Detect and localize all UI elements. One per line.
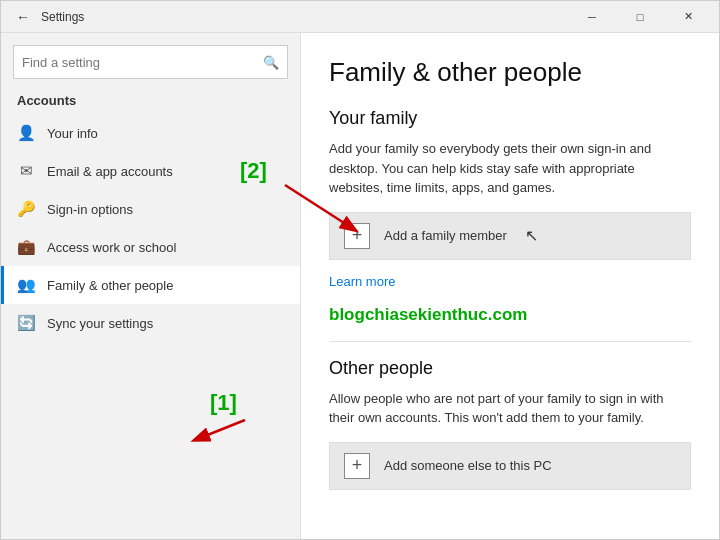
sidebar-item-label: Your info	[47, 126, 98, 141]
search-icon: 🔍	[263, 55, 279, 70]
add-family-label: Add a family member	[384, 228, 507, 243]
add-family-member-button[interactable]: + Add a family member ↖	[329, 212, 691, 260]
sidebar-item-label: Access work or school	[47, 240, 176, 255]
main-panel: Family & other people Your family Add yo…	[301, 33, 719, 539]
watermark: blogchiasekienthuc.com	[329, 305, 691, 325]
sidebar-item-family[interactable]: 👥 Family & other people	[1, 266, 300, 304]
sidebar-item-email[interactable]: ✉ Email & app accounts	[1, 152, 300, 190]
search-input[interactable]	[22, 55, 263, 70]
add-other-person-button[interactable]: + Add someone else to this PC	[329, 442, 691, 490]
page-title: Family & other people	[329, 57, 691, 88]
sidebar-item-label: Email & app accounts	[47, 164, 173, 179]
settings-window: ← Settings ─ □ ✕ 🔍 Accounts 👤 Your info …	[0, 0, 720, 540]
your-family-desc: Add your family so everybody gets their …	[329, 139, 691, 198]
sidebar-item-sync[interactable]: 🔄 Sync your settings	[1, 304, 300, 342]
cursor-indicator: ↖	[525, 226, 538, 245]
work-icon: 💼	[17, 238, 35, 256]
sidebar-item-signin[interactable]: 🔑 Sign-in options	[1, 190, 300, 228]
sidebar: 🔍 Accounts 👤 Your info ✉ Email & app acc…	[1, 33, 301, 539]
plus-icon: +	[344, 223, 370, 249]
email-icon: ✉	[17, 162, 35, 180]
sidebar-item-your-info[interactable]: 👤 Your info	[1, 114, 300, 152]
section-divider	[329, 341, 691, 342]
minimize-button[interactable]: ─	[569, 1, 615, 33]
content-area: 🔍 Accounts 👤 Your info ✉ Email & app acc…	[1, 33, 719, 539]
your-info-icon: 👤	[17, 124, 35, 142]
plus-icon-other: +	[344, 453, 370, 479]
titlebar: ← Settings ─ □ ✕	[1, 1, 719, 33]
other-people-desc: Allow people who are not part of your fa…	[329, 389, 691, 428]
window-controls: ─ □ ✕	[569, 1, 711, 33]
window-title: Settings	[41, 10, 84, 24]
maximize-button[interactable]: □	[617, 1, 663, 33]
add-other-label: Add someone else to this PC	[384, 458, 552, 473]
close-button[interactable]: ✕	[665, 1, 711, 33]
sidebar-item-label: Sign-in options	[47, 202, 133, 217]
sidebar-item-label: Sync your settings	[47, 316, 153, 331]
sync-icon: 🔄	[17, 314, 35, 332]
sidebar-item-work[interactable]: 💼 Access work or school	[1, 228, 300, 266]
other-people-title: Other people	[329, 358, 691, 379]
signin-icon: 🔑	[17, 200, 35, 218]
your-family-title: Your family	[329, 108, 691, 129]
learn-more-link[interactable]: Learn more	[329, 274, 395, 289]
family-icon: 👥	[17, 276, 35, 294]
search-box[interactable]: 🔍	[13, 45, 288, 79]
sidebar-section-title: Accounts	[1, 87, 300, 114]
sidebar-item-label: Family & other people	[47, 278, 173, 293]
back-button[interactable]: ←	[9, 3, 37, 31]
